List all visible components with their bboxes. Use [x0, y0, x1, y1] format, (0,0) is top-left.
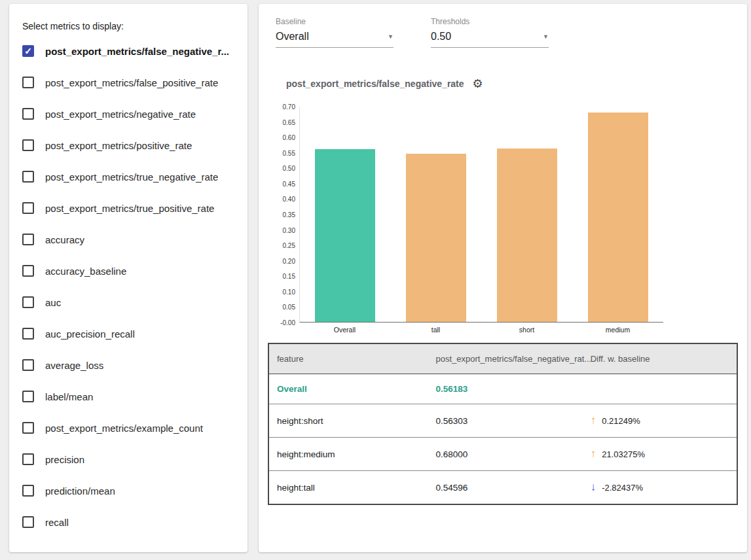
metric-item-post-export-metrics-true-positive-rate[interactable]: post_export_metrics/true_positive_rate	[22, 192, 234, 224]
metric-item-auc[interactable]: auc	[22, 287, 234, 318]
metric-item-accuracy[interactable]: accuracy	[22, 224, 234, 255]
metric-item-label: accuracy_baseline	[45, 266, 126, 277]
bar-tall[interactable]	[406, 154, 466, 322]
metric-item-label: post_export_metrics/negative_rate	[45, 109, 196, 120]
checkbox-unchecked-icon[interactable]	[22, 391, 34, 402]
diff-cell: ↓-2.82437%	[583, 471, 737, 505]
checkbox-unchecked-icon[interactable]	[22, 422, 34, 434]
gear-icon[interactable]: ⚙	[473, 78, 483, 90]
checkbox-unchecked-icon[interactable]	[22, 328, 34, 340]
feature-cell: height:short	[268, 404, 428, 438]
checkbox-unchecked-icon[interactable]	[22, 139, 34, 151]
feature-cell: Overall	[268, 374, 428, 404]
metric-list: ✓post_export_metrics/false_negative_r...…	[22, 35, 234, 538]
metric-item-label: post_export_metrics/example_count	[45, 423, 203, 434]
metric-item-label: average_loss	[45, 360, 103, 371]
diff-cell: ↑0.21249%	[583, 404, 737, 438]
checkbox-unchecked-icon[interactable]	[22, 77, 34, 88]
thresholds-label: Thresholds	[431, 17, 549, 26]
checkbox-unchecked-icon[interactable]	[22, 234, 34, 245]
metric-item-recall[interactable]: recall	[22, 506, 234, 538]
y-axis-tick-label: 0.15	[283, 273, 295, 280]
checkbox-unchecked-icon[interactable]	[22, 516, 34, 528]
metric-item-label-mean[interactable]: label/mean	[22, 381, 234, 412]
diff-value: -2.82437%	[602, 483, 643, 493]
x-axis-labels: Overalltallshortmedium	[299, 326, 663, 334]
metric-select-title: Select metrics to display:	[22, 21, 234, 31]
baseline-label: Baseline	[276, 17, 394, 26]
table-header: featurepost_export_metrics/false_negativ…	[268, 343, 737, 374]
y-axis-tick-label: 0.55	[283, 150, 295, 157]
y-axis-tick-label: 0.50	[283, 165, 295, 172]
checkbox-unchecked-icon[interactable]	[22, 171, 34, 183]
metric-item-label: post_export_metrics/positive_rate	[45, 140, 192, 151]
diff-cell: ↑21.03275%	[583, 438, 737, 471]
metric-item-label: prediction/mean	[45, 485, 115, 497]
y-axis-tick-label: 0.60	[283, 134, 295, 141]
metric-item-post-export-metrics-true-negative-rate[interactable]: post_export_metrics/true_negative_rate	[22, 161, 234, 192]
metric-item-label: auc_precision_recall	[45, 328, 135, 340]
table-row-height-medium: height:medium0.68000↑21.03275%	[268, 438, 737, 471]
metric-item-post-export-metrics-false-positive-rate[interactable]: post_export_metrics/false_positive_rate	[22, 67, 234, 98]
metric-item-post-export-metrics-example-count[interactable]: post_export_metrics/example_count	[22, 412, 234, 444]
metric-item-precision[interactable]: precision	[22, 444, 234, 475]
checkbox-unchecked-icon[interactable]	[22, 359, 34, 371]
metric-item-post-export-metrics-positive-rate[interactable]: post_export_metrics/positive_rate	[22, 130, 234, 161]
y-axis-tick-label: 0.20	[283, 258, 295, 265]
results-panel: Baseline Overall ▼ Thresholds 0.50 ▼ pos…	[259, 4, 747, 552]
metric-item-average-loss[interactable]: average_loss	[22, 349, 234, 381]
y-axis-tick-label: 0.30	[283, 227, 295, 234]
y-axis: 0.700.650.600.550.500.450.400.350.300.25…	[276, 107, 299, 323]
y-axis-tick-label: 0.40	[283, 196, 295, 203]
controls-row: Baseline Overall ▼ Thresholds 0.50 ▼	[276, 17, 738, 48]
table-header-cell: Diff. w. baseline	[583, 343, 737, 374]
y-axis-tick-label: 0.25	[283, 242, 295, 249]
metric-value-cell: 0.54596	[428, 471, 582, 505]
metric-item-label: accuracy	[45, 234, 84, 245]
feature-cell: height:tall	[268, 471, 428, 505]
checkbox-unchecked-icon[interactable]	[22, 296, 34, 308]
metric-item-post-export-metrics-negative-rate[interactable]: post_export_metrics/negative_rate	[22, 98, 234, 130]
metric-item-prediction-mean[interactable]: prediction/mean	[22, 475, 234, 506]
y-axis-tick-label: -0.00	[280, 319, 295, 326]
checkbox-checked-icon[interactable]: ✓	[22, 45, 34, 57]
metric-item-auc-precision-recall[interactable]: auc_precision_recall	[22, 318, 234, 349]
diff-value: 0.21249%	[602, 416, 640, 426]
bar-short[interactable]	[497, 149, 557, 322]
bar-medium[interactable]	[588, 113, 648, 322]
table-body: Overall0.56183height:short0.56303↑0.2124…	[268, 374, 737, 505]
metric-item-label: precision	[45, 454, 84, 465]
plot-area	[299, 107, 663, 323]
metric-item-label: post_export_metrics/false_positive_rate	[45, 77, 218, 88]
checkbox-unchecked-icon[interactable]	[22, 108, 34, 120]
x-axis-label: medium	[572, 326, 663, 334]
checkbox-unchecked-icon[interactable]	[22, 202, 34, 214]
metric-value-cell: 0.56303	[428, 404, 582, 438]
chart-header: post_export_metrics/false_negative_rate …	[286, 78, 738, 90]
metric-item-post-export-metrics-false-negative-r[interactable]: ✓post_export_metrics/false_negative_r...	[22, 35, 234, 67]
table-header-cell: post_export_metrics/false_negative_rat..…	[428, 343, 582, 374]
metric-value-cell: 0.56183	[428, 374, 582, 404]
diff-cell	[583, 374, 737, 404]
metric-item-label: post_export_metrics/true_positive_rate	[45, 203, 214, 214]
checkbox-unchecked-icon[interactable]	[22, 485, 34, 497]
baseline-control: Baseline Overall ▼	[276, 17, 394, 48]
x-axis-label: short	[481, 326, 572, 334]
chevron-down-icon: ▼	[388, 33, 394, 40]
checkbox-unchecked-icon[interactable]	[22, 265, 34, 277]
y-axis-tick-label: 0.65	[283, 119, 295, 126]
metric-item-label: auc	[45, 297, 61, 308]
bar-slot	[572, 107, 663, 322]
metric-item-accuracy-baseline[interactable]: accuracy_baseline	[22, 255, 234, 287]
metric-select-panel: Select metrics to display: ✓post_export_…	[9, 4, 247, 552]
y-axis-tick-label: 0.35	[283, 211, 295, 219]
x-axis-label: tall	[390, 326, 481, 334]
page: Select metrics to display: ✓post_export_…	[0, 0, 751, 552]
baseline-select[interactable]: Overall ▼	[276, 31, 394, 48]
table-header-cell: feature	[268, 343, 428, 374]
table-row-height-short: height:short0.56303↑0.21249%	[268, 404, 737, 438]
checkbox-unchecked-icon[interactable]	[22, 453, 34, 465]
bar-slot	[391, 107, 482, 322]
thresholds-select[interactable]: 0.50 ▼	[431, 31, 549, 48]
bar-overall[interactable]	[315, 149, 375, 322]
